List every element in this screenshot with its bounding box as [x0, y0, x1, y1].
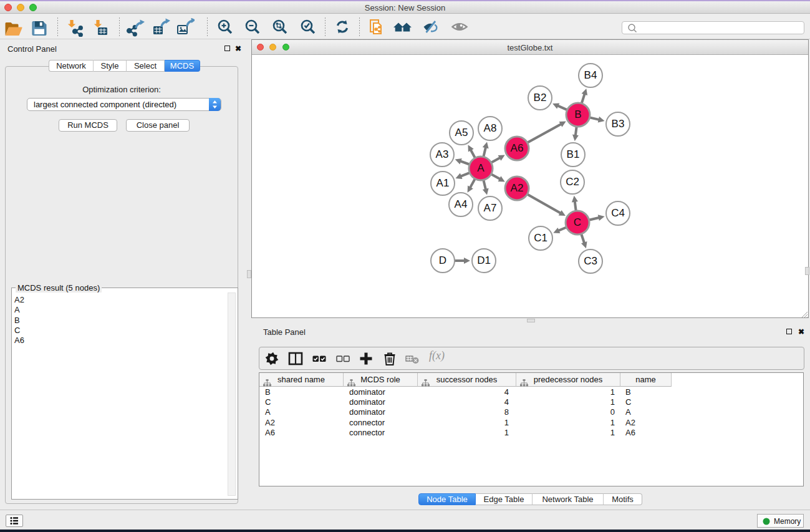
svg-text:A3: A3 — [436, 148, 449, 160]
svg-text:C: C — [574, 216, 581, 228]
svg-text:B: B — [574, 109, 581, 120]
svg-text:A: A — [477, 162, 485, 174]
svg-text:A1: A1 — [436, 177, 450, 189]
svg-text:A4: A4 — [455, 198, 468, 210]
svg-text:C1: C1 — [534, 232, 547, 244]
svg-text:B2: B2 — [534, 92, 547, 104]
svg-text:B3: B3 — [612, 118, 625, 130]
svg-text:B4: B4 — [584, 69, 597, 81]
svg-text:D1: D1 — [477, 254, 491, 266]
svg-text:C4: C4 — [611, 207, 625, 219]
svg-text:A5: A5 — [455, 127, 468, 138]
svg-text:B1: B1 — [567, 148, 580, 160]
svg-text:C3: C3 — [584, 255, 597, 267]
svg-text:A8: A8 — [484, 122, 497, 134]
svg-text:A7: A7 — [484, 202, 497, 214]
svg-text:A2: A2 — [511, 182, 524, 194]
svg-text:A6: A6 — [511, 142, 524, 154]
svg-text:D: D — [439, 254, 446, 266]
svg-text:C2: C2 — [566, 176, 579, 188]
